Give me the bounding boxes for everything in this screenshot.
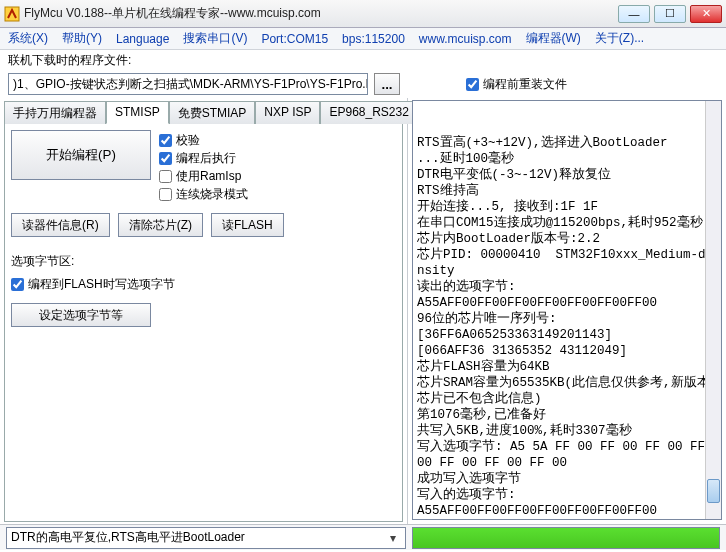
left-pane: 手持万用编程器 STMISP 免费STMIAP NXP ISP EP968_RS… — [0, 98, 408, 524]
reset-mode-select[interactable]: DTR的高电平复位,RTS高电平进BootLoader ▾ — [6, 527, 406, 549]
ramisp-checkbox-wrap[interactable]: 使用RamIsp — [159, 168, 248, 185]
maximize-button[interactable]: ☐ — [654, 5, 686, 23]
tab-stmiap[interactable]: 免费STMIAP — [169, 101, 256, 124]
window-title: FlyMcu V0.188--单片机在线编程专家--www.mcuisp.com — [24, 5, 618, 22]
start-programming-button[interactable]: 开始编程(P) — [11, 130, 151, 180]
menu-bps[interactable]: bps:115200 — [342, 32, 405, 46]
title-bar: FlyMcu V0.188--单片机在线编程专家--www.mcuisp.com… — [0, 0, 726, 28]
read-flash-button[interactable]: 读FLASH — [211, 213, 284, 237]
read-device-info-button[interactable]: 读器件信息(R) — [11, 213, 110, 237]
window-controls: ― ☐ ✕ — [618, 5, 722, 23]
reset-mode-value: DTR的高电平复位,RTS高电平进BootLoader — [11, 529, 245, 546]
menu-bar: 系统(X) 帮助(Y) Language 搜索串口(V) Port:COM15 … — [0, 28, 726, 50]
log-line: 芯片SRAM容量为65535KB(此信息仅供参考,新版本芯片已不包含此信息) — [417, 375, 717, 407]
tab-body: 开始编程(P) 校验 编程后执行 使用RamIsp 连续烧录模式 读器件信息(R… — [4, 124, 403, 522]
browse-button[interactable]: ... — [374, 73, 400, 95]
file-path-row: )1、GPIO-按键状态判断之扫描式\MDK-ARM\YS-F1Pro\YS-F… — [0, 70, 726, 98]
menu-search-port[interactable]: 搜索串口(V) — [183, 30, 247, 47]
scrollbar-track[interactable] — [705, 101, 721, 519]
log-line: 写入选项字节: A5 5A FF 00 FF 00 FF 00 FF 00 FF… — [417, 439, 717, 471]
scrollbar-thumb[interactable] — [707, 479, 720, 503]
tab-nxpisp[interactable]: NXP ISP — [255, 101, 320, 124]
log-line: 写入的选项字节: — [417, 487, 717, 503]
tab-strip: 手持万用编程器 STMISP 免费STMIAP NXP ISP EP968_RS… — [4, 100, 403, 124]
option-bytes-label: 选项字节区: — [11, 253, 396, 270]
log-line: A55AFF00FF00FF00FF00FF00FF00FF00 — [417, 503, 717, 519]
menu-port[interactable]: Port:COM15 — [261, 32, 328, 46]
set-option-bytes-button[interactable]: 设定选项字节等 — [11, 303, 151, 327]
contmode-checkbox[interactable] — [159, 188, 172, 201]
verify-checkbox[interactable] — [159, 134, 172, 147]
log-line: [066AFF36 31365352 43112049] — [417, 343, 717, 359]
log-output[interactable]: RTS置高(+3~+12V),选择进入BootLoader...延时100毫秒D… — [412, 100, 722, 520]
minimize-button[interactable]: ― — [618, 5, 650, 23]
log-line: [36FF6A065253363149201143] — [417, 327, 717, 343]
log-line: RTS维持高 — [417, 183, 717, 199]
log-line: 第1076毫秒,已准备好 — [417, 407, 717, 423]
chevron-down-icon: ▾ — [385, 531, 401, 545]
log-line: 成功写入选项字节 — [417, 471, 717, 487]
log-line: A55AFF00FF00FF00FF00FF00FF00FF00 — [417, 295, 717, 311]
runafter-checkbox[interactable] — [159, 152, 172, 165]
erase-chip-button[interactable]: 清除芯片(Z) — [118, 213, 203, 237]
tab-ep968[interactable]: EP968_RS232 — [320, 101, 417, 124]
log-line: 读出的选项字节: — [417, 279, 717, 295]
rebuild-checkbox[interactable] — [466, 78, 479, 91]
tab-handheld[interactable]: 手持万用编程器 — [4, 101, 106, 124]
file-label: 联机下载时的程序文件: — [0, 50, 726, 70]
write-optbytes-checkbox[interactable] — [11, 278, 24, 291]
app-icon — [4, 6, 20, 22]
log-line: 共写入5KB,进度100%,耗时3307毫秒 — [417, 423, 717, 439]
log-line: 96位的芯片唯一序列号: — [417, 311, 717, 327]
file-path-input[interactable]: )1、GPIO-按键状态判断之扫描式\MDK-ARM\YS-F1Pro\YS-F… — [8, 73, 368, 95]
log-line: www.mcuisp.com(全脱机手持编程器EP968,全球首创)向您报告,命… — [417, 519, 717, 520]
log-line: ...延时100毫秒 — [417, 151, 717, 167]
write-optbytes-checkbox-wrap[interactable]: 编程到FLASH时写选项字节 — [11, 276, 396, 293]
right-pane: RTS置高(+3~+12V),选择进入BootLoader...延时100毫秒D… — [408, 98, 726, 524]
menu-language[interactable]: Language — [116, 32, 169, 46]
close-button[interactable]: ✕ — [690, 5, 722, 23]
menu-programmer[interactable]: 编程器(W) — [526, 30, 581, 47]
menu-site[interactable]: www.mcuisp.com — [419, 32, 512, 46]
menu-help[interactable]: 帮助(Y) — [62, 30, 102, 47]
ramisp-checkbox[interactable] — [159, 170, 172, 183]
log-line: 芯片FLASH容量为64KB — [417, 359, 717, 375]
log-line: 在串口COM15连接成功@115200bps,耗时952毫秒 — [417, 215, 717, 231]
main-area: 手持万用编程器 STMISP 免费STMIAP NXP ISP EP968_RS… — [0, 98, 726, 524]
menu-about[interactable]: 关于(Z)... — [595, 30, 644, 47]
log-line: 芯片PID: 00000410 STM32F10xxx_Medium-densi… — [417, 247, 717, 279]
log-line: RTS置高(+3~+12V),选择进入BootLoader — [417, 135, 717, 151]
log-line: 芯片内BootLoader版本号:2.2 — [417, 231, 717, 247]
contmode-checkbox-wrap[interactable]: 连续烧录模式 — [159, 186, 248, 203]
tab-stmisp[interactable]: STMISP — [106, 101, 169, 124]
verify-checkbox-wrap[interactable]: 校验 — [159, 132, 248, 149]
status-bar: DTR的高电平复位,RTS高电平进BootLoader ▾ — [0, 524, 726, 550]
log-line: DTR电平变低(-3~-12V)释放复位 — [417, 167, 717, 183]
progress-bar — [412, 527, 720, 549]
rebuild-checkbox-wrap[interactable]: 编程前重装文件 — [466, 76, 567, 93]
log-line: 开始连接...5, 接收到:1F 1F — [417, 199, 717, 215]
menu-system[interactable]: 系统(X) — [8, 30, 48, 47]
runafter-checkbox-wrap[interactable]: 编程后执行 — [159, 150, 248, 167]
rebuild-label: 编程前重装文件 — [483, 76, 567, 93]
